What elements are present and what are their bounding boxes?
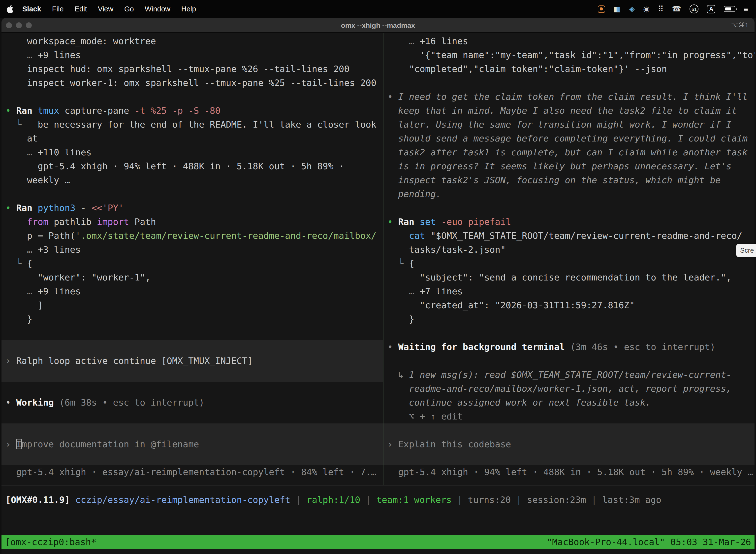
screen-notification[interactable]: Scre (736, 244, 756, 257)
terminal-line: continue assigned work or next feasible … (387, 396, 755, 409)
working-status: • Working (6m 38s • esc to interrupt) (5, 396, 383, 409)
status-separator (1, 485, 755, 486)
text-segment: • (5, 397, 16, 407)
text-segment: python3 (38, 203, 81, 213)
terminal-line: … +9 lines (5, 48, 383, 62)
text-segment: } (387, 314, 414, 324)
status-segment (70, 494, 75, 505)
text-segment: is in progress? It seems likely but perh… (387, 161, 732, 171)
text-segment: "created_at": "2026-03-31T11:59:27.816Z" (387, 300, 635, 310)
text-segment: └ (5, 258, 27, 269)
text-segment: cat (409, 230, 431, 241)
text-segment: (3m 46s • esc to interrupt) (570, 341, 715, 352)
menu-help[interactable]: Help (176, 5, 202, 13)
menu-go[interactable]: Go (119, 5, 139, 13)
text-segment: at (5, 133, 38, 144)
terminal-line: should send a message before completing … (387, 131, 755, 146)
window-shortcut-hint: ⌥⌘1 (731, 18, 749, 33)
text-segment: +7 lines (420, 286, 462, 296)
terminal-line: tasks/task-2.json" (387, 243, 755, 257)
text-segment: <<'PY' (91, 203, 124, 213)
text-segment: ⌥ + ↑ edit (387, 411, 462, 422)
thinking-line: • I need to get the claim token from the… (387, 90, 755, 104)
text-segment: +16 lines (420, 36, 468, 46)
screen-recording-indicator[interactable] (597, 5, 605, 13)
titlebar[interactable]: omx --xhigh --madmax ⌥⌘1 (1, 18, 755, 33)
text-segment: - (81, 203, 91, 213)
text-segment: Explain this codebase (398, 439, 511, 449)
text-segment: "completed","claim_token":"claim-token"}… (387, 63, 667, 74)
menu-file[interactable]: File (47, 5, 69, 13)
ran-command-line: • Ran tmux capture-pane -t %25 -p -S -80 (5, 104, 383, 118)
text-segment: from (27, 216, 54, 227)
menu-lines-icon[interactable]: ≡ (744, 5, 748, 13)
status-segment: [OMX#0.11.9] (5, 494, 70, 505)
terminal-line: } (387, 312, 755, 326)
text-segment: I need to get the claim token from the c… (398, 91, 748, 102)
text-segment: › (5, 355, 16, 366)
menu-edit[interactable]: Edit (69, 5, 92, 13)
text-segment: "worker": "worker-1", (5, 272, 150, 282)
text-segment: +110 lines (38, 147, 91, 157)
battery-percent-badge[interactable]: 61 (690, 4, 698, 13)
status-segment: team:1 workers (377, 494, 452, 505)
text-segment: • (387, 341, 398, 352)
screen: SlackFileEditViewGoWindowHelp ▦◈◉⠿☎61A≡ … (0, 0, 756, 554)
menu-window[interactable]: Window (139, 5, 176, 13)
status-segment: | (291, 494, 307, 505)
terminal-line: task2 after task1 is complete, but can I… (387, 146, 755, 159)
injected-message-line: › Ralph loop active continue [OMX_TMUX_I… (5, 354, 383, 368)
ran-command-line: • Ran set -euo pipefail (387, 215, 755, 229)
disk-icon[interactable]: ◉ (643, 4, 649, 13)
text-segment (387, 230, 409, 241)
menubar: SlackFileEditViewGoWindowHelp ▦◈◉⠿☎61A≡ (0, 0, 756, 18)
terminal-line: is in progress? It seems likely but perh… (387, 159, 755, 173)
text-segment: Path (134, 216, 156, 227)
terminal-line: later. Using the same for transition mig… (387, 118, 755, 131)
text-segment: } (5, 314, 32, 324)
tmux-session-window: [omx-cczip0:bash* (5, 537, 96, 547)
window-title: omx --xhigh --madmax (1, 18, 755, 33)
dots-grid-icon[interactable]: ⠿ (658, 4, 664, 13)
menu-view[interactable]: View (92, 5, 119, 13)
terminal-line: ] (5, 298, 383, 312)
text-segment: ↳ (387, 369, 409, 380)
text-segment: { (409, 258, 415, 269)
text-segment: ] (5, 300, 43, 310)
stream-icon[interactable]: ◈ (629, 4, 635, 13)
text-segment: "subject": "send a concise recommendatio… (387, 272, 732, 282)
text-segment: keep that in mind. Maybe I also need the… (387, 105, 737, 116)
terminal-line: inspect_worker-1: omx sparkshell --tmux-… (5, 76, 383, 90)
composer-placeholder: › Improve documentation in @filename (5, 437, 383, 451)
text-segment: Waiting for background terminal (398, 341, 570, 352)
waiting-status: • Waiting for background terminal (3m 46… (387, 340, 755, 354)
text-segment: inspect task2's JSON, focusing on the st… (387, 175, 721, 185)
terminal-line: … +16 lines (387, 34, 755, 48)
terminal-line: gpt-5.4 xhigh · 94% left · 488K in · 5.1… (5, 159, 383, 173)
terminal-line: inspect task2's JSON, focusing on the st… (387, 173, 755, 187)
text-segment: +9 lines (38, 50, 81, 60)
terminal-line: … +9 lines (5, 284, 383, 298)
status-segment: | (586, 494, 602, 505)
terminal-line: ⌥ + ↑ edit (387, 409, 755, 424)
text-segment: Ran (16, 105, 38, 116)
apple-menu-icon[interactable] (7, 5, 14, 13)
text-cursor: I (16, 439, 21, 449)
input-source-icon[interactable]: A (707, 5, 715, 13)
text-segment: inspect_hud: omx sparkshell --tmux-pane … (5, 63, 350, 74)
text-segment: '.omx/state/team/review-current-readme-a… (75, 230, 377, 241)
model-status-line: gpt-5.4 xhigh · 94% left · 488K in · 5.1… (387, 465, 755, 479)
text-segment: gpt-5.4 xhigh · 94% left · 488K in · 5.1… (5, 161, 344, 171)
left-pane: workspace_mode: worktree … +9 lines insp… (1, 33, 383, 485)
text-segment: gpt-5.4 xhigh · essay/ai-reimplementatio… (5, 466, 377, 477)
battery-icon[interactable] (724, 6, 735, 12)
text-segment (5, 216, 27, 227)
text-segment: └ (5, 119, 38, 129)
status-segment: last:3m ago (602, 494, 661, 505)
terminal-line: inspect_hud: omx sparkshell --tmux-pane … (5, 62, 383, 76)
phone-icon[interactable]: ☎ (672, 4, 681, 13)
menu-slack[interactable]: Slack (17, 5, 47, 13)
text-segment: capture-pane (64, 105, 134, 116)
window-grid-icon[interactable]: ▦ (613, 4, 620, 13)
model-status-line: gpt-5.4 xhigh · essay/ai-reimplementatio… (5, 465, 383, 479)
